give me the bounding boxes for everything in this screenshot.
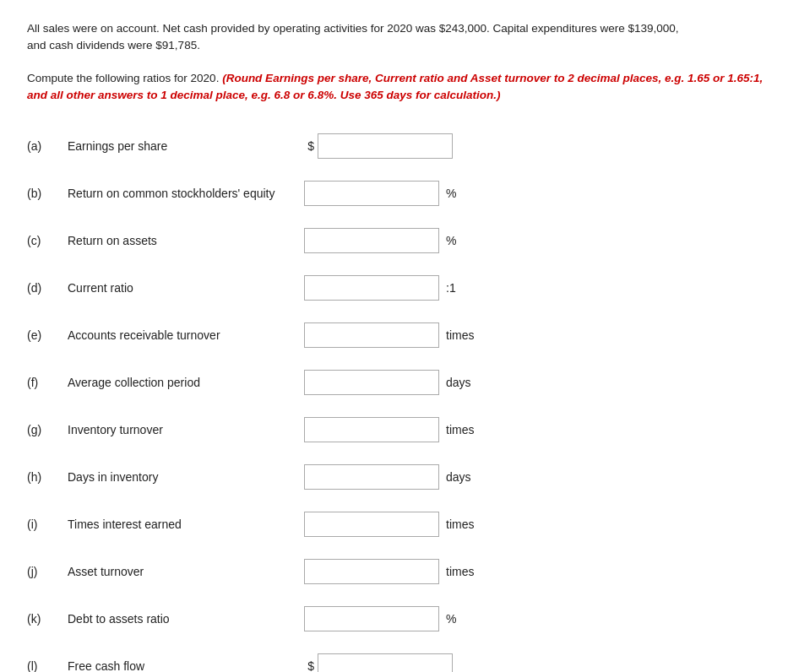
- ratio-row: (g)Inventory turnovertimes: [27, 412, 772, 447]
- ratio-suffix: times: [446, 328, 474, 342]
- ratio-input-g[interactable]: [304, 417, 439, 442]
- ratio-row: (f)Average collection perioddays: [27, 365, 772, 400]
- ratio-prefix: $: [304, 139, 314, 153]
- ratio-label: Current ratio: [68, 281, 304, 295]
- ratio-letter: (c): [27, 234, 68, 247]
- ratio-row: (l)Free cash flow$: [27, 648, 772, 672]
- ratio-label: Asset turnover: [68, 565, 304, 578]
- ratio-suffix: :1: [446, 281, 456, 295]
- ratio-row: (e)Accounts receivable turnovertimes: [27, 317, 772, 353]
- ratio-suffix: %: [446, 187, 456, 200]
- ratio-letter: (i): [27, 518, 68, 531]
- ratio-suffix: times: [446, 423, 474, 436]
- ratio-prefix: $: [304, 659, 314, 672]
- ratio-row: (k)Debt to assets ratio%: [27, 601, 772, 637]
- ratio-input-k[interactable]: [304, 606, 439, 631]
- intro-line1: All sales were on account. Net cash prov…: [27, 22, 678, 35]
- ratio-suffix: times: [446, 565, 474, 578]
- ratio-letter: (h): [27, 470, 68, 484]
- ratio-input-d[interactable]: [304, 275, 439, 301]
- ratio-letter: (f): [27, 376, 68, 389]
- instruction-prefix: Compute the following ratios for 2020.: [27, 72, 222, 84]
- instruction-paragraph: Compute the following ratios for 2020. (…: [27, 70, 772, 106]
- ratio-input-a[interactable]: [318, 133, 453, 159]
- ratio-suffix: days: [446, 470, 471, 484]
- ratio-letter: (g): [27, 423, 68, 436]
- ratio-label: Debt to assets ratio: [68, 612, 304, 626]
- ratio-input-e[interactable]: [304, 322, 439, 348]
- ratio-label: Free cash flow: [68, 659, 304, 672]
- ratio-row: (a)Earnings per share$: [27, 128, 772, 164]
- ratio-label: Inventory turnover: [68, 423, 304, 436]
- ratio-letter: (d): [27, 281, 68, 295]
- ratio-row: (d)Current ratio:1: [27, 270, 772, 306]
- ratio-label: Return on assets: [68, 234, 304, 247]
- ratio-row: (c)Return on assets%: [27, 223, 772, 258]
- ratio-letter: (j): [27, 565, 68, 578]
- ratio-suffix: days: [446, 376, 471, 389]
- ratio-input-f[interactable]: [304, 370, 439, 395]
- ratio-input-j[interactable]: [304, 559, 439, 584]
- ratio-row: (h)Days in inventorydays: [27, 459, 772, 495]
- ratio-input-h[interactable]: [304, 464, 439, 490]
- ratio-label: Average collection period: [68, 376, 304, 389]
- ratio-row: (i)Times interest earnedtimes: [27, 507, 772, 542]
- ratio-label: Days in inventory: [68, 470, 304, 484]
- ratio-letter: (b): [27, 187, 68, 200]
- ratio-letter: (a): [27, 139, 68, 153]
- ratio-input-i[interactable]: [304, 512, 439, 537]
- ratio-label: Accounts receivable turnover: [68, 328, 304, 342]
- ratio-suffix: %: [446, 612, 456, 626]
- ratio-label: Earnings per share: [68, 139, 304, 153]
- intro-paragraph: All sales were on account. Net cash prov…: [27, 20, 772, 55]
- ratio-label: Times interest earned: [68, 518, 304, 531]
- ratio-suffix: times: [446, 518, 474, 531]
- ratio-label: Return on common stockholders' equity: [68, 187, 304, 200]
- ratio-input-l[interactable]: [318, 653, 453, 672]
- ratio-letter: (l): [27, 659, 68, 672]
- ratio-row: (b)Return on common stockholders' equity…: [27, 176, 772, 211]
- ratio-suffix: %: [446, 234, 456, 247]
- ratio-input-c[interactable]: [304, 228, 439, 253]
- ratio-row: (j)Asset turnovertimes: [27, 554, 772, 589]
- intro-line2: and cash dividends were $91,785.: [27, 39, 200, 51]
- ratio-input-b[interactable]: [304, 181, 439, 206]
- ratio-letter: (e): [27, 328, 68, 342]
- ratio-letter: (k): [27, 612, 68, 626]
- ratio-rows-container: (a)Earnings per share$(b)Return on commo…: [27, 128, 772, 672]
